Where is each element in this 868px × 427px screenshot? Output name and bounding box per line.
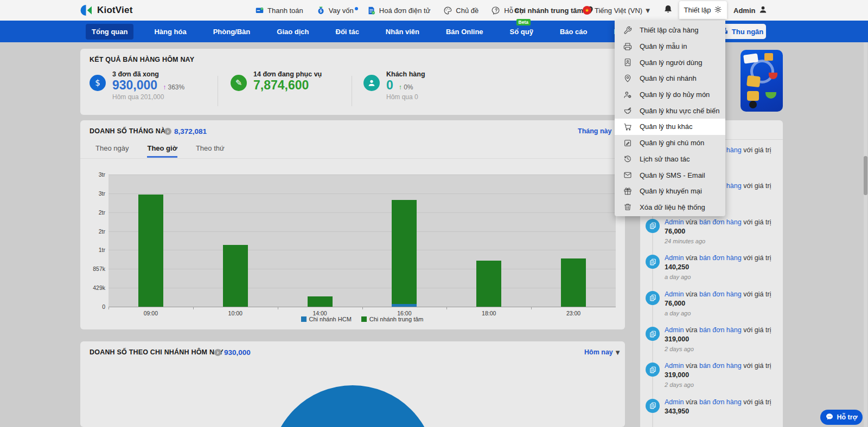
activity-actor-link[interactable]: Admin: [665, 218, 684, 226]
envelope-icon: [623, 171, 632, 179]
receipt-icon: [649, 222, 657, 230]
menu-item-dish-notes[interactable]: Quản lý ghi chú món: [615, 135, 725, 151]
user-menu[interactable]: Admin: [733, 0, 768, 21]
nav-tab-overview[interactable]: Tổng quan: [86, 24, 133, 40]
day-period-label: Hôm nay: [584, 348, 613, 356]
nav-tab-tables[interactable]: Phòng/Bàn: [207, 24, 257, 40]
activity-order-link[interactable]: bán đơn hàng: [699, 218, 742, 226]
activity-actor-link[interactable]: Admin: [665, 290, 684, 298]
scrollbar-track[interactable]: [864, 42, 867, 427]
bar-segment-18:00: [476, 261, 501, 307]
activity-order-link[interactable]: bán đơn hàng: [699, 398, 742, 406]
activity-order-link[interactable]: bán đơn hàng: [699, 326, 742, 334]
month-sales-total[interactable]: 8,372,081: [174, 127, 207, 135]
header-item-einvoice[interactable]: Hoá đơn điện tử: [367, 6, 431, 15]
nav-tab-transactions[interactable]: Giao dịch: [271, 24, 315, 40]
activity-text: với giá trị: [742, 326, 771, 334]
nav-tab-online[interactable]: Bán Online: [440, 24, 489, 40]
branch-sales-total[interactable]: 930,000: [224, 348, 251, 357]
x-axis-tick: [278, 307, 278, 309]
chart-tab-1[interactable]: Theo giờ: [147, 144, 177, 158]
chat-bubble-icon: [825, 412, 834, 423]
menu-item-label: Quản lý chi nhánh: [640, 74, 697, 82]
language-selector[interactable]: ★ Tiếng Việt (VN) ▼: [583, 0, 650, 21]
kpi-delta: ↑ 363%: [163, 83, 184, 91]
kiotviet-logo[interactable]: KiotViet: [80, 0, 133, 21]
activity-actor-link[interactable]: Admin: [665, 326, 684, 334]
activity-order-link[interactable]: bán đơn hàng: [699, 362, 742, 370]
header-item-theme[interactable]: Chủ đề: [443, 6, 478, 15]
receipt-icon: [649, 294, 657, 302]
activity-actor-link[interactable]: Admin: [665, 254, 684, 262]
menu-item-promotions[interactable]: Quản lý khuyến mại: [615, 183, 725, 199]
activity-actor-link[interactable]: Admin: [665, 362, 684, 370]
scrollbar-thumb[interactable]: [864, 156, 867, 195]
goto-icon[interactable]: ›: [214, 349, 221, 356]
activity-text: với giá trị: [742, 218, 771, 226]
y-axis-tick-label: 429k: [84, 284, 105, 291]
promo-banner[interactable]: [741, 50, 783, 112]
kpi-icon: [363, 75, 380, 91]
userdoc-icon: [623, 58, 632, 67]
header-item-label: Hoá đơn điện tử: [379, 7, 431, 15]
nav-tab-staff[interactable]: Nhân viên: [380, 24, 425, 40]
top-header: KiotViet Thanh toánVay vốnHoá đơn điện t…: [0, 0, 868, 21]
activity-item: Admin vừa bán đơn hàng với giá trị 140,2…: [640, 254, 783, 282]
menu-item-users[interactable]: Quản lý người dùng: [615, 54, 725, 70]
menu-item-kitchen-areas[interactable]: Quản lý khu vực chế biến: [615, 102, 725, 119]
month-period-selector[interactable]: Tháng này: [578, 127, 612, 135]
gift-icon: [623, 187, 632, 196]
menu-item-print-templates[interactable]: Quản lý mẫu in: [615, 38, 725, 55]
menu-item-label: Quản lý lý do hủy món: [640, 90, 710, 99]
activity-text: với giá trị: [742, 254, 771, 262]
activity-item: Admin vừa bán đơn hàng với giá trị 319,0…: [640, 361, 783, 390]
banner-scooter-shape: [747, 91, 759, 101]
chevron-down-icon: ▼: [646, 8, 650, 14]
nav-tab-partners[interactable]: Đối tác: [330, 24, 365, 40]
kpi-label: Khách hàng: [386, 70, 425, 78]
activity-order-link[interactable]: bán đơn hàng: [699, 290, 742, 298]
bell-icon: [663, 4, 673, 17]
branch-label: Chi nhánh trung tâm: [514, 7, 583, 15]
header-item-loan[interactable]: Vay vốn: [316, 6, 354, 15]
menu-item-other-income[interactable]: Quản lý thu khác: [615, 119, 725, 135]
activity-text: với giá trị: [742, 182, 771, 190]
nav-tab-reports[interactable]: Báo cáo: [554, 24, 593, 40]
menu-item-action-history[interactable]: Lịch sử thao tác: [615, 151, 725, 167]
menu-item-store-settings[interactable]: Thiết lập cửa hàng: [615, 22, 725, 38]
activity-order-link[interactable]: bán đơn hàng: [699, 254, 742, 262]
menu-item-sms-email[interactable]: Quản lý SMS - Email: [615, 167, 725, 183]
nav-tab-cashbook[interactable]: Sổ quỹ: [504, 24, 539, 40]
floating-support-button[interactable]: Hỗ trợ: [820, 410, 863, 425]
y-axis-tick-label: 2tr: [84, 228, 105, 235]
menu-item-branches[interactable]: Quản lý chi nhánh: [615, 70, 725, 87]
notifications-button[interactable]: [663, 0, 673, 21]
banner-delivery-box-shape: [746, 75, 761, 87]
y-axis-tick-label: 0: [84, 303, 105, 310]
activity-actor-link[interactable]: Admin: [665, 398, 684, 406]
bar-segment-10:00: [223, 245, 248, 307]
day-period-selector[interactable]: Hôm nay ▼: [584, 348, 620, 356]
kpi-label: 14 đơn đang phục vụ: [253, 70, 322, 78]
goto-icon[interactable]: ›: [164, 128, 171, 135]
menu-item-cancel-reasons[interactable]: Quản lý lý do hủy món: [615, 87, 725, 103]
gear-icon: [714, 5, 722, 14]
gridline: [108, 250, 616, 250]
menu-item-delete-data[interactable]: Xóa dữ liệu hệ thống: [615, 199, 725, 216]
settings-button[interactable]: Thiết lập: [679, 1, 727, 19]
chart-tab-2[interactable]: Theo thứ: [196, 144, 225, 158]
branch-sales-panel: DOANH SỐ THEO CHI NHÁNH HÔM NAY › 930,00…: [80, 341, 625, 427]
activity-text: vừa: [684, 362, 699, 370]
divider: [218, 76, 218, 106]
receipt-icon: [646, 399, 660, 413]
divider: [352, 76, 352, 106]
x-axis-tick: [108, 307, 109, 309]
chart-legend: Chi nhánh HCMChi nhánh trung tâm: [108, 316, 616, 322]
banner-salad-shape: [765, 92, 776, 99]
notification-dot: [355, 7, 358, 10]
nav-tab-products[interactable]: Hàng hóa: [148, 24, 192, 40]
chevron-down-icon: ▼: [616, 350, 620, 355]
legend-label: Chi nhánh trung tâm: [369, 316, 424, 322]
header-item-payment[interactable]: Thanh toán: [255, 6, 303, 15]
chart-tab-0[interactable]: Theo ngày: [95, 144, 129, 158]
